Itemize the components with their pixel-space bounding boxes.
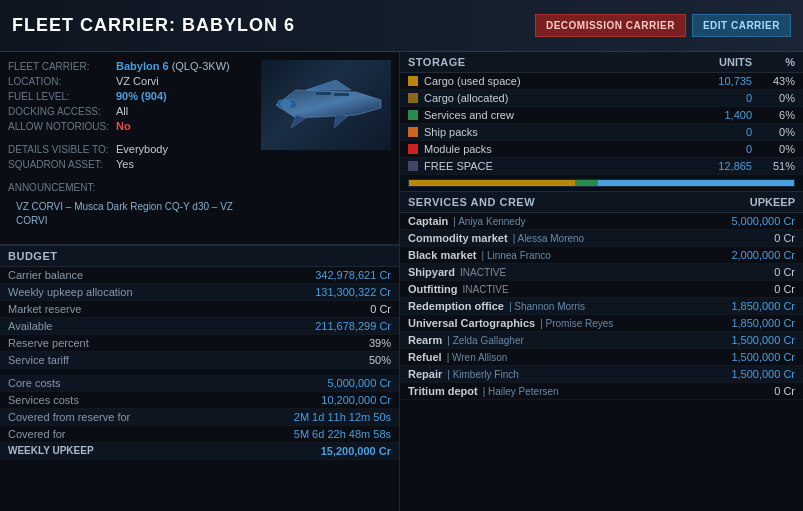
- service-row: Outfitting INACTIVE 0 Cr: [400, 281, 803, 298]
- service-row: Refuel | Wren Allison 1,500,000 Cr: [400, 349, 803, 366]
- service-name: Tritium depot: [408, 385, 478, 397]
- budget-row-label: Available: [8, 320, 52, 332]
- budget-row: Core costs 5,000,000 Cr: [0, 375, 399, 392]
- storage-row-units: 10,735: [680, 75, 760, 87]
- service-rows: Captain | Aniya Kennedy 5,000,000 Cr Com…: [400, 213, 803, 400]
- budget-row-label: Weekly upkeep allocation: [8, 286, 133, 298]
- service-status: INACTIVE: [462, 284, 508, 295]
- storage-row-name: Ship packs: [424, 126, 680, 138]
- right-panel: STORAGE UNITS % Cargo (used space) 10,73…: [400, 52, 803, 511]
- budget-row-label: Covered from reserve for: [8, 411, 130, 423]
- budget-row-label: Reserve percent: [8, 337, 89, 349]
- service-upkeep: 1,500,000 Cr: [731, 368, 795, 380]
- storage-row-pct: 0%: [760, 143, 795, 155]
- budget-row-label: Services costs: [8, 394, 79, 406]
- storage-header: STORAGE UNITS %: [400, 52, 803, 73]
- storage-color-icon: [408, 161, 418, 171]
- edit-carrier-button[interactable]: EDIT CARRIER: [692, 14, 791, 37]
- storage-row: Module packs 0 0%: [400, 141, 803, 158]
- budget-row-value: 39%: [369, 337, 391, 349]
- location-label: LOCATION:: [8, 75, 116, 87]
- service-upkeep: 1,500,000 Cr: [731, 351, 795, 363]
- storage-row-name: Services and crew: [424, 109, 680, 121]
- service-upkeep: 1,500,000 Cr: [731, 334, 795, 346]
- budget-row-value: 5,000,000 Cr: [327, 377, 391, 389]
- svg-rect-6: [316, 92, 331, 95]
- service-person: | Zelda Gallagher: [447, 335, 524, 346]
- service-name: Rearm: [408, 334, 442, 346]
- storage-title: STORAGE: [408, 56, 680, 68]
- announcement-text: VZ CORVI – Musca Dark Region CQ-Y d30 – …: [16, 201, 233, 226]
- docking-value: All: [116, 105, 128, 117]
- service-row: Shipyard INACTIVE 0 Cr: [400, 264, 803, 281]
- service-upkeep: 0 Cr: [774, 283, 795, 295]
- storage-section: STORAGE UNITS % Cargo (used space) 10,73…: [400, 52, 803, 192]
- header-buttons: DECOMISSION CARRIER EDIT CARRIER: [535, 14, 791, 37]
- budget-row-value: 10,200,000 Cr: [321, 394, 391, 406]
- service-person: | Promise Reyes: [540, 318, 613, 329]
- storage-row: FREE SPACE 12,865 51%: [400, 158, 803, 175]
- service-person: | Aniya Kennedy: [453, 216, 525, 227]
- budget-header: BUDGET: [0, 246, 399, 267]
- budget-row: Covered from reserve for 2M 1d 11h 12m 5…: [0, 409, 399, 426]
- services-title: SERVICES AND CREW: [408, 196, 750, 208]
- storage-color-icon: [408, 76, 418, 86]
- budget-row: Services costs 10,200,000 Cr: [0, 392, 399, 409]
- service-row: Rearm | Zelda Gallagher 1,500,000 Cr: [400, 332, 803, 349]
- storage-bar-container: [400, 175, 803, 191]
- weekly-upkeep-label: WEEKLY UPKEEP: [8, 445, 94, 457]
- storage-row-pct: 51%: [760, 160, 795, 172]
- service-name: Shipyard: [408, 266, 455, 278]
- weekly-upkeep-row: WEEKLY UPKEEP 15,200,000 Cr: [0, 443, 399, 460]
- budget-row-label: Carrier balance: [8, 269, 83, 281]
- svg-point-5: [280, 100, 292, 108]
- storage-row-units: 12,865: [680, 160, 760, 172]
- budget-row: Service tariff 50%: [0, 352, 399, 369]
- details-label: DETAILS VISIBLE TO:: [8, 143, 116, 155]
- storage-row-units: 1,400: [680, 109, 760, 121]
- fuel-label: FUEL LEVEL:: [8, 90, 116, 102]
- docking-row: DOCKING ACCESS: All: [8, 105, 253, 117]
- storage-row-pct: 0%: [760, 126, 795, 138]
- service-name: Captain: [408, 215, 448, 227]
- service-row: Captain | Aniya Kennedy 5,000,000 Cr: [400, 213, 803, 230]
- svg-rect-9: [408, 76, 418, 86]
- budget-row-value: 5M 6d 22h 48m 58s: [294, 428, 391, 440]
- service-person: | Wren Allison: [447, 352, 508, 363]
- budget-section: BUDGET Carrier balance 342,978,621 Cr We…: [0, 245, 399, 511]
- service-name: Universal Cartographics: [408, 317, 535, 329]
- announcement-label: ANNOUNCEMENT:: [8, 181, 116, 193]
- squadron-value: Yes: [116, 158, 134, 170]
- bar-cargo: [409, 180, 575, 186]
- squadron-row: SQUADRON ASSET: Yes: [8, 158, 253, 170]
- budget-row-label: Covered for: [8, 428, 65, 440]
- svg-marker-1: [306, 80, 351, 90]
- storage-row-units: 0: [680, 92, 760, 104]
- storage-bar: [408, 179, 795, 187]
- fleet-carrier-value: Babylon 6 (QLQ-3KW): [116, 60, 230, 72]
- storage-row: Ship packs 0 0%: [400, 124, 803, 141]
- fleet-carrier-row: FLEET CARRIER: Babylon 6 (QLQ-3KW): [8, 60, 253, 72]
- fuel-row: FUEL LEVEL: 90% (904): [8, 90, 253, 102]
- budget-table: Carrier balance 342,978,621 Cr Weekly up…: [0, 267, 399, 460]
- svg-rect-11: [408, 110, 418, 120]
- svg-rect-10: [408, 93, 418, 103]
- squadron-label: SQUADRON ASSET:: [8, 158, 116, 170]
- service-upkeep: 1,850,000 Cr: [731, 300, 795, 312]
- service-person: | Alessa Moreno: [513, 233, 585, 244]
- location-value: VZ Corvi: [116, 75, 159, 87]
- service-upkeep: 1,850,000 Cr: [731, 317, 795, 329]
- service-name: Outfitting: [408, 283, 457, 295]
- fleet-carrier-label: FLEET CARRIER:: [8, 60, 116, 72]
- info-fields: FLEET CARRIER: Babylon 6 (QLQ-3KW) LOCAT…: [8, 60, 261, 236]
- notorious-row: ALLOW NOTORIOUS: No: [8, 120, 253, 132]
- budget-row-label: Market reserve: [8, 303, 81, 315]
- service-name: Refuel: [408, 351, 442, 363]
- services-header: SERVICES AND CREW UPKEEP: [400, 192, 803, 213]
- page-header: FLEET CARRIER: BABYLON 6 DECOMISSION CAR…: [0, 0, 803, 52]
- service-status: INACTIVE: [460, 267, 506, 278]
- storage-row-pct: 43%: [760, 75, 795, 87]
- budget-row-label: Service tariff: [8, 354, 69, 366]
- bar-services: [575, 180, 598, 186]
- decommission-button[interactable]: DECOMISSION CARRIER: [535, 14, 686, 37]
